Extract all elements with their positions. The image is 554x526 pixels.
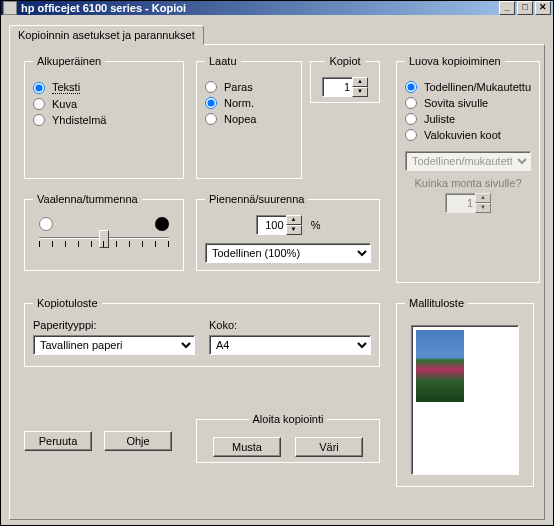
legend-quality: Laatu: [205, 55, 241, 67]
radio-quality-best-input[interactable]: [205, 81, 217, 93]
radio-original-mixed-label: Yhdistelmä: [52, 114, 106, 126]
radio-creative-actual-label: Todellinen/Mukautettu: [424, 81, 531, 93]
dark-icon: [155, 217, 169, 231]
tab-label: Kopioinnin asetukset ja parannukset: [18, 29, 195, 41]
zoom-input[interactable]: [256, 215, 286, 235]
zoom-percent-suffix: %: [311, 219, 321, 231]
start-black-button[interactable]: Musta: [213, 437, 281, 457]
group-quality: Laatu Paras Norm. Nopea: [196, 55, 302, 179]
radio-original-mixed[interactable]: Yhdistelmä: [33, 114, 175, 126]
radio-creative-actual-input[interactable]: [405, 81, 417, 93]
radio-quality-fast-input[interactable]: [205, 113, 217, 125]
radio-quality-normal-label: Norm.: [224, 97, 254, 109]
legend-original: Alkuperäinen: [33, 55, 105, 67]
legend-output: Kopiotuloste: [33, 297, 102, 309]
group-creative: Luova kopioiminen Todellinen/Mukautettu …: [396, 55, 540, 283]
radio-creative-actual[interactable]: Todellinen/Mukautettu: [405, 81, 531, 93]
help-button-label: Ohje: [126, 435, 149, 447]
radio-creative-poster[interactable]: Juliste: [405, 113, 531, 125]
creative-howmany-down: ▼: [475, 203, 491, 213]
group-start: Aloita kopiointi Musta Väri: [196, 413, 380, 463]
copies-up[interactable]: ▲: [352, 77, 368, 87]
legend-copies: Kopiot: [325, 55, 364, 67]
radio-original-image-label: Kuva: [52, 98, 77, 110]
radio-quality-best-label: Paras: [224, 81, 253, 93]
radio-creative-photo[interactable]: Valokuvien koot: [405, 129, 531, 141]
titlebar: hp officejet 6100 series - Kopioi _ □ ✕: [1, 1, 553, 15]
paper-type-label: Paperityyppi:: [33, 319, 195, 331]
radio-quality-best[interactable]: Paras: [205, 81, 293, 93]
copies-input[interactable]: [322, 77, 352, 97]
paper-type-select[interactable]: Tavallinen paperi: [33, 335, 195, 355]
radio-creative-fit-input[interactable]: [405, 97, 417, 109]
group-copies: Kopiot ▲ ▼: [310, 55, 380, 103]
radio-original-text-input[interactable]: [33, 82, 45, 94]
minimize-button[interactable]: _: [499, 1, 515, 15]
tab-copy-settings[interactable]: Kopioinnin asetukset ja parannukset: [9, 25, 204, 45]
copies-spinner[interactable]: ▲ ▼: [322, 77, 368, 97]
legend-start: Aloita kopiointi: [249, 413, 328, 425]
paper-size-label: Koko:: [209, 319, 371, 331]
legend-creative: Luova kopioiminen: [405, 55, 505, 67]
zoom-up[interactable]: ▲: [286, 215, 302, 225]
radio-original-image[interactable]: Kuva: [33, 98, 175, 110]
radio-creative-photo-label: Valokuvien koot: [424, 129, 501, 141]
creative-howmany-label: Kuinka monta sivulle?: [405, 177, 531, 189]
legend-lightness: Vaalenna/tummenna: [33, 193, 142, 205]
radio-quality-fast-label: Nopea: [224, 113, 256, 125]
radio-original-image-input[interactable]: [33, 98, 45, 110]
radio-original-text[interactable]: Teksti: [33, 81, 175, 94]
group-preview: Mallituloste: [396, 297, 534, 487]
radio-creative-fit[interactable]: Sovita sivulle: [405, 97, 531, 109]
preview-thumbnail: [416, 330, 464, 402]
radio-quality-normal[interactable]: Norm.: [205, 97, 293, 109]
radio-creative-poster-input[interactable]: [405, 113, 417, 125]
creative-howmany-spinner: ▲ ▼: [445, 193, 491, 213]
group-output: Kopiotuloste Paperityyppi: Tavallinen pa…: [24, 297, 380, 367]
group-original: Alkuperäinen Teksti Kuva Yhdistelmä: [24, 55, 184, 179]
copies-down[interactable]: ▼: [352, 87, 368, 97]
radio-original-text-label: Teksti: [52, 81, 80, 94]
app-icon: [3, 1, 17, 15]
legend-preview: Mallituloste: [405, 297, 468, 309]
creative-howmany-input: [445, 193, 475, 213]
start-color-label: Väri: [319, 441, 339, 453]
radio-quality-normal-input[interactable]: [205, 97, 217, 109]
creative-howmany-up: ▲: [475, 193, 491, 203]
radio-quality-fast[interactable]: Nopea: [205, 113, 293, 125]
group-lightness: Vaalenna/tummenna: [24, 193, 184, 271]
radio-original-mixed-input[interactable]: [33, 114, 45, 126]
client-area: Kopioinnin asetukset ja parannukset Alku…: [1, 15, 553, 526]
radio-creative-fit-label: Sovita sivulle: [424, 97, 488, 109]
start-black-label: Musta: [232, 441, 262, 453]
cancel-button[interactable]: Peruuta: [24, 431, 92, 451]
help-button[interactable]: Ohje: [104, 431, 172, 451]
close-button[interactable]: ✕: [535, 1, 551, 15]
start-color-button[interactable]: Väri: [295, 437, 363, 457]
preview-page: [411, 325, 519, 475]
slider-ticks: [39, 241, 169, 247]
zoom-down[interactable]: ▼: [286, 225, 302, 235]
zoom-spinner[interactable]: ▲ ▼: [256, 215, 302, 235]
creative-preset-select: Todellinen/mukautettu 100 %: [405, 151, 531, 171]
paper-size-select[interactable]: A4: [209, 335, 371, 355]
app-window: hp officejet 6100 series - Kopioi _ □ ✕ …: [0, 0, 554, 526]
window-title: hp officejet 6100 series - Kopioi: [21, 2, 499, 14]
maximize-button[interactable]: □: [517, 1, 533, 15]
lightness-slider[interactable]: [33, 221, 175, 255]
zoom-preset-select[interactable]: Todellinen (100%): [205, 243, 371, 263]
tab-panel: Alkuperäinen Teksti Kuva Yhdistelmä Laat…: [9, 44, 545, 520]
cancel-button-label: Peruuta: [39, 435, 78, 447]
legend-zoom: Pienennä/suurenna: [205, 193, 308, 205]
radio-creative-photo-input[interactable]: [405, 129, 417, 141]
light-icon: [39, 217, 53, 231]
radio-creative-poster-label: Juliste: [424, 113, 455, 125]
group-zoom: Pienennä/suurenna ▲ ▼ % Todellinen (100%…: [196, 193, 380, 271]
